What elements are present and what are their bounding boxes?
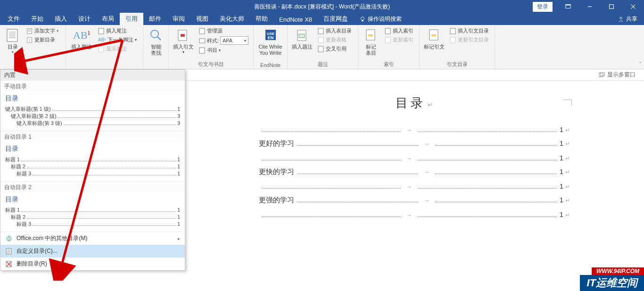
tab-file[interactable]: 文件 [2, 13, 25, 25]
doc-toc-line: 更快的学习→1↵ [259, 167, 570, 176]
svg-rect-3 [610, 5, 614, 9]
group-research: 智能 查找 [143, 25, 169, 69]
multiwin-icon [599, 72, 605, 78]
share-icon [618, 16, 624, 23]
insert-tof-button[interactable]: 插入表目录 [316, 27, 354, 35]
mark-citation-icon [427, 28, 442, 43]
svg-rect-41 [431, 34, 436, 36]
page-corner-marker [563, 100, 572, 106]
svg-text:EN: EN [267, 35, 273, 40]
svg-rect-27 [199, 48, 205, 53]
svg-point-8 [620, 17, 622, 19]
add-text-button[interactable]: 添加文字▾ [25, 27, 60, 35]
tab-mailings[interactable]: 邮件 [143, 13, 167, 25]
next-footnote-icon: AB¹ [98, 37, 106, 42]
next-footnote-button[interactable]: AB¹下一条脚注▾ [96, 36, 139, 44]
group-citations: 插入引文 ▾ 管理源 样式:APA▾ 书目▾ 引文与书目 [169, 25, 254, 69]
minimize-icon[interactable] [579, 0, 601, 13]
mark-entry-button[interactable]: 标记 条目 [361, 27, 381, 60]
insert-endnote-button[interactable]: 插入尾注 [96, 27, 139, 35]
insert-citation-button[interactable]: 插入引文 ▾ [172, 27, 195, 60]
login-button[interactable]: 登录 [533, 2, 553, 12]
chevron-right-icon: ▸ [178, 236, 180, 241]
insert-toa-button[interactable]: 插入引文目录 [448, 27, 491, 35]
insert-caption-button[interactable]: 插入题注 [290, 27, 314, 60]
tab-review[interactable]: 审阅 [167, 13, 190, 25]
tab-references[interactable]: 引用 [120, 13, 143, 25]
updtoa-icon [450, 37, 456, 43]
update-toc-button[interactable]: !更新目录 [25, 36, 60, 44]
window-title: 善医怪谈 - 副本.docx [兼容模式] - Word(产品激活失败) [254, 3, 390, 11]
update-table-button: 更新表格 [316, 36, 354, 44]
doc-toc-line: 更好的学习→1↵ [259, 139, 570, 148]
mark-citation-button[interactable]: 标记引文 [422, 27, 446, 60]
toc-button[interactable]: 目录 ▾ [3, 27, 23, 67]
updindex-icon [385, 37, 391, 43]
insert-index-button[interactable]: 插入索引 [383, 27, 415, 35]
doc-toc-line: →1↵ [259, 125, 570, 133]
insert-footnote-button[interactable]: AB1 插入脚注 [69, 27, 94, 67]
doc-toc-line: 更强的学习→1↵ [259, 196, 570, 205]
toc-auto2-preview[interactable]: 目录 标题 11 标题 21 标题 31 [0, 192, 185, 232]
tof-icon [318, 28, 324, 34]
tab-endnote[interactable]: EndNote X8 [273, 14, 318, 25]
caption-icon [295, 28, 310, 43]
doc-toc-title: 目录↵ [259, 95, 570, 111]
tab-help[interactable]: 帮助 [250, 13, 273, 25]
maximize-icon[interactable] [601, 0, 622, 13]
update-toa-button: 更新引文目录 [448, 36, 491, 44]
toc-builtin-header: 内置 [0, 70, 185, 81]
smart-lookup-button[interactable]: 智能 查找 [146, 27, 165, 67]
toc-custom[interactable]: 自定义目录(C)... [0, 245, 185, 258]
group-toc: 目录 ▾ 添加文字▾ !更新目录 [0, 25, 66, 69]
page[interactable]: 目录↵ →1↵ 更好的学习→1↵ →1↵ 更快的学习→1↵ →1↵ 更强的学习→… [259, 81, 570, 218]
doc-toc-line: →1↵ [259, 210, 570, 218]
close-icon[interactable] [622, 0, 644, 13]
svg-rect-20 [99, 46, 104, 52]
cross-reference-button[interactable]: 交叉引用 [316, 45, 354, 53]
endnote-icon [98, 28, 105, 34]
toc-icon [5, 28, 20, 43]
tab-layout[interactable]: 布局 [96, 13, 120, 25]
tab-insert[interactable]: 插入 [49, 13, 73, 25]
svg-point-46 [7, 236, 11, 241]
share-button[interactable]: 共享 [611, 13, 644, 25]
footnote-icon: AB1 [74, 28, 89, 43]
document-area: 目录↵ →1↵ 更好的学习→1↵ →1↵ 更快的学习→1↵ →1↵ 更强的学习→… [185, 81, 644, 291]
tab-baidu[interactable]: 百度网盘 [318, 13, 354, 25]
svg-rect-43 [450, 37, 455, 43]
toc-manual-preview[interactable]: 目录 键入章标题(第 1 级)1 键入章标题(第 2 级)3 键入章标题(第 3… [0, 91, 185, 131]
manage-sources-button[interactable]: 管理源 [197, 27, 250, 35]
toc-auto1-preview[interactable]: 目录 标题 11 标题 21 标题 31 [0, 142, 185, 182]
svg-rect-32 [299, 34, 305, 38]
cite-while-write-button[interactable]: USEEN Cite While You Write [256, 27, 284, 61]
toc-footer: Office.com 中的其他目录(M) ▸ 自定义目录(C)... 删除目录(… [0, 232, 185, 270]
multi-window-button[interactable]: 显示多窗口 [599, 71, 636, 79]
svg-rect-39 [385, 37, 390, 43]
toc-remove[interactable]: 删除目录(R) [0, 258, 185, 270]
ribbon: 目录 ▾ 添加文字▾ !更新目录 AB1 插入脚注 插入尾注 AB¹下一条脚注▾… [0, 25, 644, 69]
svg-rect-44 [599, 73, 603, 77]
bibliography-button[interactable]: 书目▾ [197, 46, 250, 54]
svg-rect-1 [566, 5, 571, 6]
toc-dropdown-panel: 内置 手动目录 目录 键入章标题(第 1 级)1 键入章标题(第 2 级)3 键… [0, 69, 185, 271]
ribbon-options-icon[interactable] [557, 0, 579, 13]
svg-rect-34 [318, 37, 323, 43]
instoa-icon [450, 28, 456, 34]
group-toa: 标记引文 插入引文目录 更新引文目录 引文目录 [420, 25, 495, 69]
tab-design[interactable]: 设计 [73, 13, 96, 25]
tell-me-search[interactable]: 操作说明搜索 [354, 13, 407, 25]
tab-home[interactable]: 开始 [25, 13, 49, 25]
ribbon-collapse-icon[interactable]: ˇ [639, 61, 641, 67]
svg-point-6 [361, 17, 364, 20]
tab-beautify[interactable]: 美化大师 [214, 13, 250, 25]
tab-view[interactable]: 视图 [190, 13, 214, 25]
svg-point-21 [151, 30, 158, 38]
toc-office-more[interactable]: Office.com 中的其他目录(M) ▸ [0, 232, 185, 245]
style-selector[interactable]: 样式:APA▾ [197, 36, 250, 45]
style-dropdown[interactable]: APA▾ [220, 36, 248, 45]
svg-rect-38 [385, 28, 390, 34]
svg-rect-24 [181, 34, 185, 37]
svg-rect-26 [199, 39, 205, 43]
custom-toc-icon [5, 248, 13, 255]
